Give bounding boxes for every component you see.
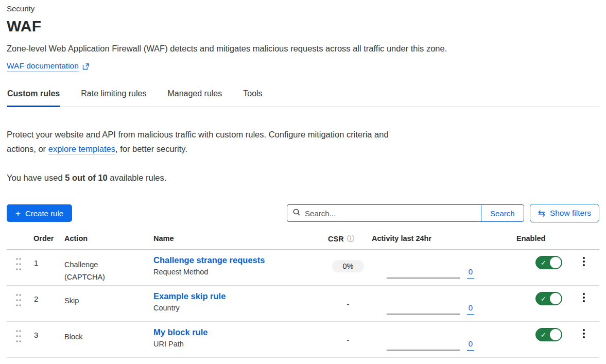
rule-order: 3	[26, 322, 56, 339]
show-filters-button[interactable]: ⇆ Show filters	[530, 204, 599, 222]
enabled-toggle[interactable]: ✓	[535, 328, 562, 341]
rule-menu-cell	[561, 286, 599, 302]
enabled-toggle[interactable]: ✓	[535, 292, 562, 305]
header-name: Name	[145, 234, 325, 242]
rule-csr-cell: -	[325, 322, 371, 345]
usage-suffix: available rules.	[108, 173, 167, 182]
search-box	[287, 204, 481, 222]
kebab-menu-icon[interactable]	[581, 329, 587, 338]
external-link-icon	[82, 63, 90, 70]
rule-action: Block	[56, 322, 145, 343]
rule-csr-cell: -	[325, 286, 371, 309]
custom-rules-table: Order Action Name CSR ⓘ Activity last 24…	[7, 234, 599, 358]
rule-activity-cell: 0	[371, 286, 484, 315]
header-order: Order	[26, 234, 56, 242]
toggle-knob	[550, 257, 561, 268]
drag-handle[interactable]	[7, 322, 26, 345]
activity-count-link[interactable]: 0	[467, 267, 474, 279]
csr-badge: 0%	[332, 260, 365, 272]
activity-sparkline	[387, 278, 460, 279]
create-rule-button[interactable]: + Create rule	[7, 204, 72, 222]
swap-arrows-icon: ⇆	[538, 209, 545, 218]
rule-action: Challenge (CAPTCHA)	[56, 250, 145, 283]
rule-name-cell: Example skip rule Country	[145, 286, 325, 312]
rule-name-link[interactable]: My block rule	[153, 327, 207, 337]
usage-count: 5 out of 10	[65, 173, 108, 182]
check-icon: ✓	[541, 296, 546, 302]
rule-menu-cell	[561, 322, 599, 338]
rule-name-cell: Challenge strange requests Request Metho…	[145, 250, 325, 276]
search-input[interactable]	[305, 209, 476, 218]
header-activity: Activity last 24hr	[371, 234, 484, 242]
header-csr-label: CSR	[328, 235, 344, 243]
create-rule-label: Create rule	[25, 209, 63, 218]
activity-sparkline	[387, 350, 460, 351]
info-icon[interactable]: ⓘ	[347, 234, 354, 244]
search-area: Search ⇆ Show filters	[287, 204, 599, 222]
header-csr: CSR ⓘ	[325, 234, 371, 244]
rule-name-link[interactable]: Example skip rule	[153, 291, 226, 301]
table-row: 3 Block My block rule URI Path - 0 ✓	[7, 322, 599, 358]
show-filters-label: Show filters	[550, 209, 591, 218]
toolbar: + Create rule Search ⇆ Show filters	[7, 204, 599, 222]
tab-managed-rules[interactable]: Managed rules	[167, 87, 222, 107]
table-header-row: Order Action Name CSR ⓘ Activity last 24…	[7, 234, 599, 250]
explore-templates-link[interactable]: explore templates	[48, 144, 115, 154]
header-action: Action	[56, 234, 145, 242]
csr-empty-value: -	[347, 296, 350, 308]
toggle-knob	[550, 329, 561, 340]
waf-documentation-link[interactable]: WAF documentation	[7, 61, 79, 72]
intro-text-after: , for better security.	[115, 144, 187, 153]
usage-prefix: You have used	[7, 173, 65, 182]
waf-page: Security WAF Zone-level Web Application …	[0, 0, 606, 358]
rule-criteria: Country	[153, 304, 325, 312]
drag-handle[interactable]	[7, 250, 26, 273]
tab-tools[interactable]: Tools	[243, 87, 262, 107]
kebab-menu-icon[interactable]	[581, 257, 587, 266]
rule-csr-cell: 0%	[325, 250, 371, 272]
header-enabled: Enabled	[484, 234, 561, 242]
rule-order: 2	[26, 286, 56, 303]
tab-bar: Custom rules Rate limiting rules Managed…	[7, 87, 599, 107]
check-icon: ✓	[541, 259, 546, 266]
rule-criteria: URI Path	[153, 340, 325, 348]
tab-custom-rules[interactable]: Custom rules	[7, 87, 60, 107]
plus-icon: +	[15, 209, 21, 218]
rule-enabled-cell: ✓	[484, 250, 561, 269]
doc-link-row: WAF documentation	[7, 61, 599, 72]
page-title: WAF	[7, 18, 599, 35]
table-row: 2 Skip Example skip rule Country - 0 ✓	[7, 286, 599, 322]
tab-rate-limiting-rules[interactable]: Rate limiting rules	[81, 87, 146, 107]
drag-handle[interactable]	[7, 286, 26, 309]
rule-order: 1	[26, 250, 56, 267]
rule-action-line1: Challenge	[64, 258, 145, 271]
table-row: 1 Challenge (CAPTCHA) Challenge strange …	[7, 250, 599, 286]
rule-action-line2: (CAPTCHA)	[64, 271, 145, 283]
kebab-menu-icon[interactable]	[581, 293, 587, 302]
activity-count-link[interactable]: 0	[467, 303, 474, 315]
rule-criteria: Request Method	[153, 268, 325, 276]
activity-count-link[interactable]: 0	[467, 339, 474, 351]
intro-text: Protect your website and API from malici…	[7, 127, 390, 156]
breadcrumb: Security	[7, 4, 599, 13]
rule-activity-cell: 0	[371, 250, 484, 279]
check-icon: ✓	[541, 332, 546, 338]
rule-enabled-cell: ✓	[484, 322, 561, 341]
rule-activity-cell: 0	[371, 322, 484, 351]
rule-name-cell: My block rule URI Path	[145, 322, 325, 348]
rule-action: Skip	[56, 286, 145, 307]
rule-name-link[interactable]: Challenge strange requests	[153, 255, 265, 265]
rule-enabled-cell: ✓	[484, 286, 561, 305]
rule-menu-cell	[561, 250, 599, 266]
rule-action-line1: Skip	[64, 294, 145, 307]
activity-sparkline	[387, 314, 460, 315]
search-button[interactable]: Search	[481, 204, 524, 222]
toggle-knob	[550, 293, 561, 304]
search-icon	[292, 208, 301, 218]
csr-empty-value: -	[347, 332, 350, 344]
rule-action-line1: Block	[64, 331, 145, 343]
usage-summary: You have used 5 out of 10 available rule…	[7, 173, 599, 183]
enabled-toggle[interactable]: ✓	[535, 256, 562, 269]
page-description: Zone-level Web Application Firewall (WAF…	[7, 44, 599, 54]
